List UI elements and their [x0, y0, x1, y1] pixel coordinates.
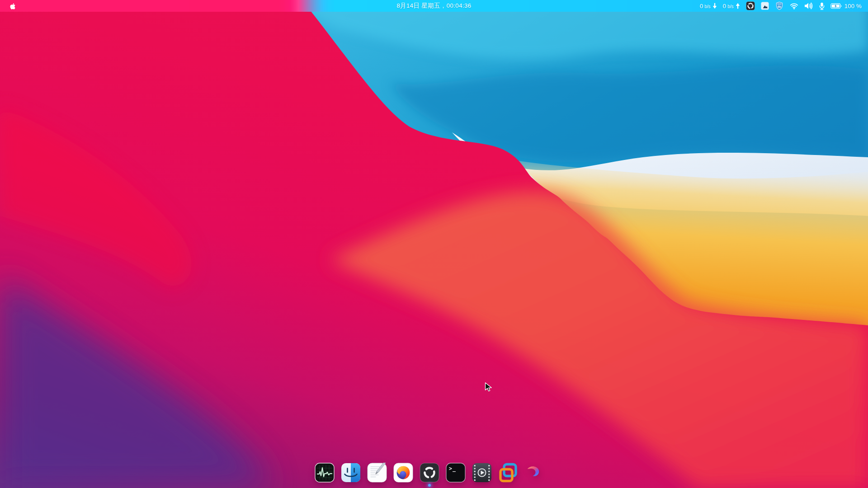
- upload-arrow-icon: [736, 3, 740, 9]
- battery-percent-label: 100 %: [844, 3, 862, 9]
- net-down-value: 0: [700, 3, 703, 9]
- network-speed-upload[interactable]: 0 b/s: [723, 3, 740, 9]
- dock-item-comet-app[interactable]: [524, 463, 544, 483]
- battery-icon: [830, 3, 842, 9]
- terminal-icon: >_: [446, 463, 466, 483]
- dock-item-media-player[interactable]: [472, 463, 492, 483]
- net-up-unit: b/s: [727, 4, 733, 9]
- download-arrow-icon: [712, 3, 717, 9]
- obs-studio-icon: [420, 463, 439, 483]
- wifi-icon: [790, 3, 798, 9]
- apple-logo-icon: [9, 2, 16, 10]
- menu-bar: 8月14日 星期五，00:04:36 0 b/s 0 b/s: [0, 0, 868, 12]
- running-indicator: [428, 484, 431, 487]
- obs-tray-icon: [746, 1, 755, 10]
- dock-item-textedit[interactable]: [367, 463, 387, 483]
- comet-app-icon: [524, 463, 544, 483]
- microphone-menu-item[interactable]: [819, 0, 825, 12]
- dock-item-activity-monitor[interactable]: [315, 463, 335, 483]
- firefox-icon: [393, 463, 413, 483]
- battery-menu-item[interactable]: 100 %: [830, 3, 862, 9]
- baidu-ime-icon: du: [775, 1, 784, 10]
- input-source-item[interactable]: [761, 0, 769, 12]
- wallpaper-art: [0, 0, 868, 488]
- terminal-prompt-glyph: >_: [449, 465, 456, 472]
- activity-monitor-icon: [315, 463, 335, 483]
- volume-icon: [804, 2, 813, 9]
- apple-menu[interactable]: [9, 0, 16, 12]
- net-up-value: 0: [723, 3, 726, 9]
- dock-item-finder[interactable]: [341, 463, 361, 483]
- network-speed-download[interactable]: 0 b/s: [700, 3, 717, 9]
- textedit-icon: [367, 463, 387, 483]
- desktop: 8月14日 星期五，00:04:36 0 b/s 0 b/s: [0, 0, 868, 488]
- volume-menu-item[interactable]: [804, 0, 813, 12]
- dock-item-vmware-fusion[interactable]: [498, 463, 518, 483]
- media-player-icon: [472, 463, 492, 483]
- baidu-ime-item[interactable]: du: [775, 0, 784, 12]
- baidu-ime-badge-text: du: [778, 5, 781, 8]
- microphone-icon: [819, 2, 825, 10]
- finder-icon: [341, 463, 361, 483]
- menu-bar-clock[interactable]: 8月14日 星期五，00:04:36: [396, 2, 471, 10]
- dock-item-obs-studio[interactable]: [420, 463, 439, 483]
- dock-item-firefox[interactable]: [393, 463, 413, 483]
- dock: >_: [315, 463, 544, 483]
- wallpaper-big-sur: [0, 0, 868, 488]
- net-down-unit: b/s: [705, 4, 711, 9]
- menu-bar-status-area: 0 b/s 0 b/s: [700, 0, 868, 12]
- dock-item-terminal[interactable]: >_: [446, 463, 466, 483]
- wifi-menu-item[interactable]: [790, 0, 798, 12]
- obs-tray-item[interactable]: [746, 0, 755, 12]
- vmware-fusion-icon: [498, 463, 518, 483]
- input-source-icon: [761, 2, 769, 10]
